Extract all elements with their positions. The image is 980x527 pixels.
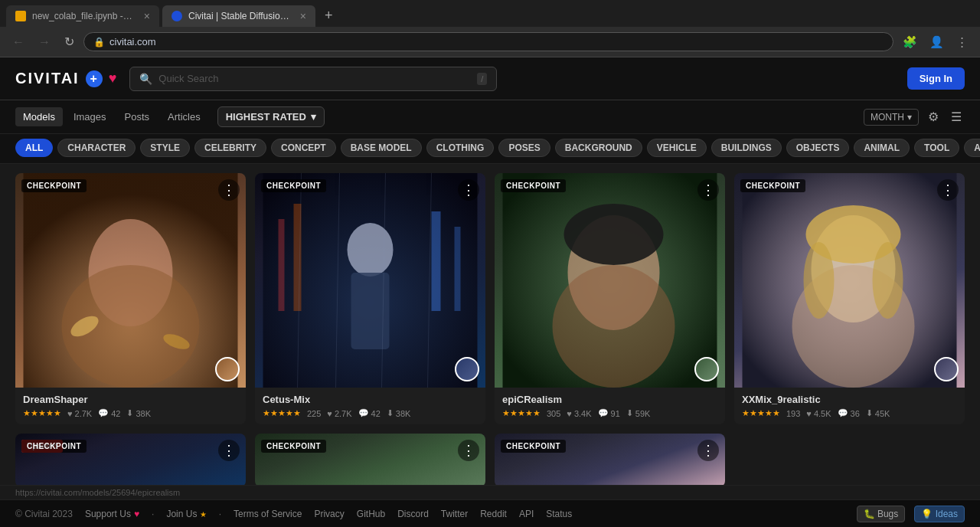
join-us-link[interactable]: Join Us ★ (166, 509, 206, 519)
chip-all[interactable]: ALL (15, 139, 53, 157)
card-menu-2[interactable]: ⋮ (458, 179, 479, 201)
model-card-dreamshaper[interactable]: CHECKPOINT ⋮ DreamShaper ★★★★★ ♥ 2.7K 💬 … (15, 173, 246, 424)
model-card-cetusmix[interactable]: CHECKPOINT ⋮ Cetus-Mix ★★★★★ 225 ♥ 2.7K … (255, 173, 485, 424)
card-stars-1: ★★★★★ (23, 408, 61, 418)
support-us-link[interactable]: Support Us ♥ (85, 509, 139, 519)
chip-style[interactable]: STYLE (140, 139, 190, 157)
footer-right: 🐛 Bugs 💡 Ideas (857, 506, 965, 522)
tab-civitai[interactable]: Civitai | Stable Diffusion models,... × (162, 5, 315, 27)
card-menu-4[interactable]: ⋮ (937, 179, 959, 201)
chip-celebrity[interactable]: CELEBRITY (194, 139, 266, 157)
download-icon-4: ⬇ (866, 408, 873, 418)
sort-dropdown[interactable]: HIGHEST RATED ▾ (217, 106, 325, 127)
reload-button[interactable]: ↻ (60, 31, 79, 52)
card-downloads-1: ⬇ 38K (126, 408, 151, 418)
search-bar[interactable]: 🔍 Quick Search / (129, 67, 497, 91)
card-stars-4: ★★★★★ (742, 408, 780, 418)
tab-favicon-colab (15, 11, 26, 21)
card-menu-3[interactable]: ⋮ (697, 179, 719, 201)
heart-icon-3: ♥ (567, 409, 572, 418)
privacy-link[interactable]: Privacy (314, 509, 344, 519)
tab-close-colab[interactable]: × (144, 10, 150, 22)
model-card-epicrealism[interactable]: CHECKPOINT ⋮ epiCRealism ★★★★★ 305 ♥ 3.4… (495, 173, 725, 424)
extensions-button[interactable]: 🧩 (898, 32, 922, 52)
tab-posts[interactable]: Posts (117, 107, 158, 126)
period-dropdown[interactable]: MONTH ▾ (864, 109, 919, 126)
new-tab-button[interactable]: + (318, 5, 339, 27)
chip-character[interactable]: CHARACTER (57, 139, 136, 157)
tab-colab[interactable]: new_colab_file.ipynb - Colabora... × (6, 5, 159, 27)
tab-close-civitai[interactable]: × (300, 10, 306, 22)
tab-label-colab: new_colab_file.ipynb - Colabora... (32, 11, 135, 21)
support-heart-icon: ♥ (134, 509, 139, 519)
add-content-button[interactable]: + (86, 70, 103, 87)
ideas-button[interactable]: 💡 Ideas (914, 506, 965, 522)
tab-articles[interactable]: Articles (160, 107, 208, 126)
card-title-3: epiCRealism (502, 394, 717, 405)
chip-background[interactable]: BACKGROUND (555, 139, 642, 157)
card-badge-bottom-2: CHECKPOINT (261, 440, 326, 453)
nav-bar: ← → ↻ 🔒 civitai.com 🧩 👤 ⋮ (0, 27, 980, 57)
chip-concept[interactable]: CONCEPT (271, 139, 336, 157)
chip-clothing[interactable]: CLOTHING (426, 139, 495, 157)
model-card-bottom-3[interactable]: CHECKPOINT ⋮ (495, 434, 725, 487)
card-menu-bottom-1[interactable]: ⋮ (218, 440, 240, 461)
layout-button[interactable]: ☰ (948, 106, 965, 127)
heart-icon-4: ♥ (806, 409, 812, 418)
lock-icon: 🔒 (93, 37, 105, 47)
card-menu-bottom-2[interactable]: ⋮ (458, 440, 479, 461)
card-stats-1: ★★★★★ ♥ 2.7K 💬 42 ⬇ 38K (23, 408, 238, 418)
chip-poses[interactable]: POSES (498, 139, 550, 157)
api-link[interactable]: API (519, 509, 534, 519)
tab-models[interactable]: Models (15, 107, 63, 126)
download-icon-2: ⬇ (387, 408, 394, 418)
card-stars-2: ★★★★★ (263, 408, 301, 418)
status-bar: https://civitai.com/models/25694/epicrea… (0, 485, 980, 499)
card-info-1: DreamShaper ★★★★★ ♥ 2.7K 💬 42 ⬇ 38K (15, 388, 246, 424)
chip-base-model[interactable]: BASE MODEL (341, 139, 422, 157)
chip-tool[interactable]: TOOL (914, 139, 959, 157)
heart-icon-1: ♥ (67, 409, 73, 418)
discord-link[interactable]: Discord (397, 509, 429, 519)
chip-buildings[interactable]: BUILDINGS (711, 139, 782, 157)
forward-button[interactable]: → (34, 32, 55, 52)
tab-images[interactable]: Images (66, 107, 114, 126)
card-likes-4: ♥ 4.5K (806, 409, 831, 418)
twitter-link[interactable]: Twitter (441, 509, 468, 519)
footer-separator-1: · (152, 509, 154, 519)
filter-button[interactable]: ⚙ (925, 106, 942, 127)
model-card-xxmix[interactable]: CHECKPOINT ⋮ XXMix_9realistic ★★★★★ 193 … (734, 173, 965, 424)
card-illustration-4 (734, 173, 965, 388)
heart-icon-2: ♥ (327, 409, 332, 418)
back-button[interactable]: ← (8, 32, 29, 52)
nav-tabs: Models Images Posts Articles (15, 107, 208, 126)
card-downloads-2: ⬇ 38K (387, 408, 411, 418)
address-bar[interactable]: 🔒 civitai.com (83, 32, 893, 51)
reddit-link[interactable]: Reddit (480, 509, 507, 519)
github-link[interactable]: GitHub (357, 509, 385, 519)
card-menu-bottom-3[interactable]: ⋮ (697, 440, 719, 461)
menu-button[interactable]: ⋮ (952, 32, 972, 52)
chip-action[interactable]: ACTION (964, 139, 980, 157)
chip-animal[interactable]: ANIMAL (854, 139, 910, 157)
card-rating-count-4: 193 (786, 409, 800, 418)
profile-button[interactable]: 👤 (925, 32, 949, 52)
status-link[interactable]: Status (546, 509, 572, 519)
card-illustration-1 (15, 173, 246, 388)
card-likes-1: ♥ 2.7K (67, 409, 92, 418)
chip-vehicle[interactable]: VEHICLE (647, 139, 707, 157)
sign-in-button[interactable]: Sign In (907, 67, 965, 90)
terms-link[interactable]: Terms of Service (234, 509, 302, 519)
card-menu-1[interactable]: ⋮ (218, 179, 240, 201)
bugs-button[interactable]: 🐛 Bugs (857, 506, 906, 522)
model-card-bottom-1[interactable]: Updated ⋮ CHECKPOINT (15, 434, 246, 487)
svg-point-19 (553, 265, 675, 388)
model-card-bottom-2[interactable]: CHECKPOINT ⋮ (255, 434, 485, 487)
favorite-icon[interactable]: ♥ (109, 70, 118, 87)
card-image-xxmix: CHECKPOINT ⋮ (734, 173, 965, 388)
logo[interactable]: CIVITAI + ♥ (15, 70, 117, 87)
comment-icon-3: 💬 (598, 408, 609, 418)
search-input[interactable]: Quick Search (158, 73, 471, 84)
card-avatar-1 (215, 357, 240, 381)
chip-objects[interactable]: OBJECTS (786, 139, 850, 157)
